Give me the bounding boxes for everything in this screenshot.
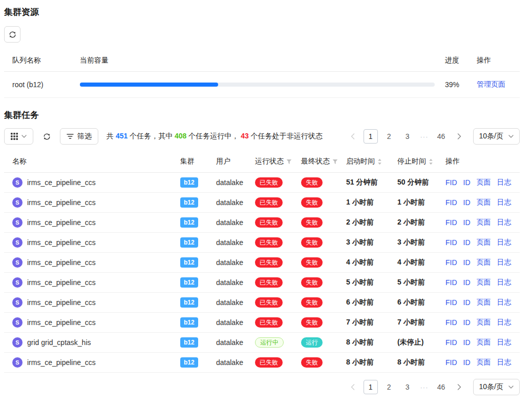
task-action-log-link[interactable]: 日志 [497, 318, 512, 327]
col-progress: 进度 [441, 50, 473, 72]
task-action-log-link[interactable]: 日志 [497, 338, 512, 347]
sort-icon[interactable] [377, 158, 382, 165]
filter-funnel-icon[interactable] [332, 159, 338, 165]
stop-time: 8 小时前 [393, 353, 441, 373]
task-action-id-link[interactable]: ID [463, 218, 471, 227]
row-actions: FIDID页面日志 [445, 278, 516, 287]
final-status-badge: 失败 [301, 217, 323, 228]
stop-time: 3 小时前 [393, 233, 441, 253]
task-action-fid-link[interactable]: FID [445, 358, 457, 367]
chevron-down-icon [22, 135, 27, 138]
manage-page-link[interactable]: 管理页面 [477, 80, 505, 88]
task-action-page-link[interactable]: 页面 [477, 298, 491, 307]
task-action-log-link[interactable]: 日志 [497, 278, 512, 287]
task-action-log-link[interactable]: 日志 [497, 178, 512, 187]
task-name: irms_ce_pipeline_ccs [27, 258, 96, 267]
run-status-badge: 已失败 [255, 237, 283, 248]
task-action-id-link[interactable]: ID [463, 178, 471, 187]
col-user: 用户 [212, 151, 251, 173]
task-action-id-link[interactable]: ID [463, 358, 471, 367]
task-action-fid-link[interactable]: FID [445, 258, 457, 267]
page-button-1[interactable]: 1 [364, 129, 378, 144]
prev-page-button[interactable] [346, 129, 359, 144]
col-final-status-label: 最终状态 [301, 157, 330, 166]
task-action-id-link[interactable]: ID [463, 298, 471, 307]
column-layout-button[interactable] [4, 128, 33, 145]
task-action-log-link[interactable]: 日志 [497, 258, 512, 267]
col-start-time-label: 启动时间 [346, 157, 375, 166]
task-action-id-link[interactable]: ID [463, 238, 471, 247]
resources-refresh-button[interactable] [4, 26, 20, 43]
task-action-fid-link[interactable]: FID [445, 238, 457, 247]
task-action-id-link[interactable]: ID [463, 278, 471, 287]
task-name-cell: S irms_ce_pipeline_ccs [12, 177, 172, 188]
avatar-letter: S [15, 359, 19, 366]
next-page-button[interactable] [453, 380, 466, 394]
col-run-status-label: 运行状态 [255, 157, 284, 166]
task-action-log-link[interactable]: 日志 [497, 198, 512, 207]
task-action-log-link[interactable]: 日志 [497, 238, 512, 247]
filter-lines-icon [67, 133, 74, 139]
chevron-right-icon [457, 133, 461, 139]
task-action-id-link[interactable]: ID [463, 198, 471, 207]
spark-avatar-icon: S [12, 317, 23, 328]
task-action-page-link[interactable]: 页面 [477, 238, 491, 247]
task-action-id-link[interactable]: ID [463, 338, 471, 347]
task-action-page-link[interactable]: 页面 [477, 178, 491, 187]
spark-avatar-icon: S [12, 277, 23, 288]
run-status-badge: 已失败 [255, 177, 283, 188]
task-action-fid-link[interactable]: FID [445, 198, 457, 207]
avatar-letter: S [15, 179, 19, 186]
tasks-refresh-button[interactable] [39, 128, 54, 145]
page-button-1[interactable]: 1 [364, 380, 378, 394]
page-button-3[interactable]: 3 [400, 380, 415, 394]
prev-page-button[interactable] [346, 380, 359, 394]
task-user: datalake [216, 318, 243, 327]
page-button-3[interactable]: 3 [400, 129, 415, 144]
row-actions: FIDID页面日志 [445, 198, 516, 207]
final-status-badge: 失败 [301, 277, 323, 288]
cluster-badge: b12 [180, 237, 198, 248]
page-size-select[interactable]: 10条/页 [473, 128, 520, 145]
task-action-fid-link[interactable]: FID [445, 218, 457, 227]
page-button-2[interactable]: 2 [382, 129, 396, 144]
task-action-id-link[interactable]: ID [463, 318, 471, 327]
sort-icon[interactable] [429, 158, 433, 165]
task-action-fid-link[interactable]: FID [445, 318, 457, 327]
row-actions: FIDID页面日志 [445, 178, 516, 187]
task-action-page-link[interactable]: 页面 [477, 338, 491, 347]
summary-text: 个任务处于非运行状态 [249, 132, 323, 140]
task-action-id-link[interactable]: ID [463, 258, 471, 267]
task-name-cell: S irms_ce_pipeline_ccs [12, 297, 172, 308]
task-action-fid-link[interactable]: FID [445, 178, 457, 187]
filter-funnel-icon[interactable] [286, 159, 292, 165]
task-action-page-link[interactable]: 页面 [477, 358, 491, 367]
task-action-fid-link[interactable]: FID [445, 298, 457, 307]
page-size-select[interactable]: 10条/页 [473, 379, 520, 395]
task-action-page-link[interactable]: 页面 [477, 318, 491, 327]
task-action-log-link[interactable]: 日志 [497, 298, 512, 307]
filter-button[interactable]: 筛选 [60, 128, 98, 145]
chevron-left-icon [351, 133, 355, 139]
task-user: datalake [216, 338, 243, 347]
resources-table: 队列名称 当前容量 进度 操作 root (b12) 39% 管理页面 [4, 50, 520, 98]
summary-total-count: 451 [116, 132, 127, 140]
next-page-button[interactable] [453, 129, 466, 144]
task-action-page-link[interactable]: 页面 [477, 218, 491, 227]
table-row: S irms_ce_pipeline_ccs b12 datalake 已失败 … [4, 253, 520, 273]
page-ellipsis[interactable]: ··· [419, 383, 430, 391]
task-action-page-link[interactable]: 页面 [477, 198, 491, 207]
page-button-2[interactable]: 2 [382, 380, 396, 394]
page-ellipsis[interactable]: ··· [419, 133, 430, 140]
task-action-page-link[interactable]: 页面 [477, 278, 491, 287]
task-action-log-link[interactable]: 日志 [497, 358, 512, 367]
task-action-page-link[interactable]: 页面 [477, 258, 491, 267]
task-user: datalake [216, 358, 243, 367]
task-action-fid-link[interactable]: FID [445, 338, 457, 347]
task-action-log-link[interactable]: 日志 [497, 218, 512, 227]
page: 集群资源 队列名称 当前容量 进度 操作 root (b12) [0, 0, 532, 400]
task-action-fid-link[interactable]: FID [445, 278, 457, 287]
capacity-progress-fill [80, 83, 218, 87]
page-button-46[interactable]: 46 [434, 129, 449, 144]
page-button-46[interactable]: 46 [434, 380, 449, 394]
